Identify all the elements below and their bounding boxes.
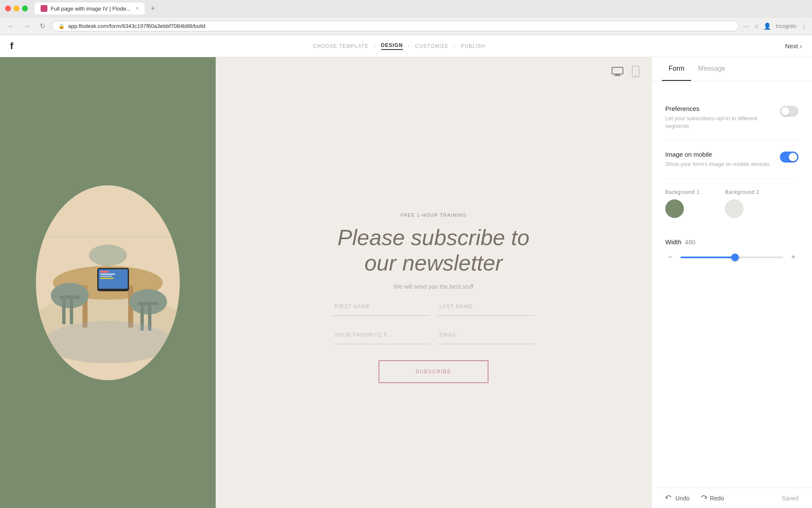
background1-label: Background 1 [665,189,700,195]
next-button[interactable]: Next › [785,42,802,50]
background1-group: Background 1 [665,189,700,218]
browser-tab[interactable]: Full page with image IV | Flode... × [35,3,145,14]
background-colors-section: Background 1 Background 2 [665,179,798,228]
preview-toolbar [216,57,651,87]
background2-swatch[interactable] [725,199,743,218]
svg-rect-23 [612,67,623,74]
preferences-desc: Let your subscribers opt-in to different… [665,115,773,130]
form-fields [332,298,535,344]
app-header: f CHOOSE TEMPLATE › DESIGN › CUSTOMIZE ›… [0,35,812,57]
email-field[interactable] [437,326,535,344]
settings-panel: Form Message Preferences Let your subscr… [651,57,812,508]
last-name-field[interactable] [437,298,535,316]
redo-label: Redo [710,495,724,502]
form-card: FREE 1-HOUR TRAINING Please subscribe to… [332,213,535,384]
minimize-dot[interactable] [14,6,19,11]
tab-title: Full page with image IV | Flode... [51,6,131,12]
address-text: app.flodesk.com/form/6343c197f60a3ebbf70… [68,23,206,29]
width-decrease-button[interactable]: − [665,252,675,262]
back-button[interactable]: ← [5,22,17,31]
width-header: Width 480 [665,238,798,246]
nav-step-publish[interactable]: PUBLISH [461,43,486,49]
background1-swatch[interactable] [665,199,684,218]
profile-icon[interactable]: 👤 [763,22,771,30]
next-label: Next [785,42,798,50]
browser-chrome: Full page with image IV | Flode... × + ←… [0,0,812,35]
main-layout: FREE 1-HOUR TRAINING Please subscribe to… [0,57,812,508]
tab-message[interactable]: Message [691,57,732,81]
svg-point-20 [89,245,127,266]
subscribe-button[interactable]: SUBSCRIBE [379,360,488,383]
bottom-bar: Undo Redo Saved [652,488,812,508]
svg-rect-17 [100,273,115,275]
menu-icon[interactable]: ⋮ [801,22,807,30]
redo-button[interactable]: Redo [700,495,724,502]
settings-tabs: Form Message [652,57,812,81]
image-on-mobile-setting: Image on mobile Show your form's image o… [665,141,798,179]
width-slider-thumb[interactable] [731,254,739,261]
app-nav: CHOOSE TEMPLATE › DESIGN › CUSTOMIZE › P… [313,42,486,50]
width-value: 480 [685,238,695,246]
incognito-label: Incognito [776,23,796,29]
address-bar[interactable]: 🔒 app.flodesk.com/form/6343c197f60a3ebbf… [52,21,739,31]
mobile-view-button[interactable] [630,64,641,80]
nav-step-design[interactable]: DESIGN [381,42,403,50]
svg-rect-16 [100,271,109,273]
background2-label: Background 2 [725,189,759,195]
nav-arrow-1: › [374,43,376,49]
next-arrow-icon: › [800,42,802,50]
settings-content: Preferences Let your subscribers opt-in … [652,81,812,488]
undo-label: Undo [675,495,689,502]
lock-icon: 🔒 [58,23,65,29]
svg-point-27 [635,75,636,76]
browser-toolbar-icons: ⋯ ☆ 👤 Incognito ⋮ [743,22,807,30]
desktop-view-button[interactable] [610,65,625,79]
width-slider-fill [680,257,737,258]
undo-button[interactable]: Undo [665,495,689,502]
tab-form[interactable]: Form [662,57,691,81]
svg-rect-7 [59,295,80,299]
window-controls [5,6,28,11]
form-row-1 [332,298,535,316]
redo-icon [700,495,707,502]
form-container: FREE 1-HOUR TRAINING Please subscribe to… [216,87,651,508]
width-label: Width [665,238,681,246]
width-section: Width 480 − + [665,228,798,273]
first-name-field[interactable] [332,298,430,316]
close-dot[interactable] [5,6,11,11]
width-increase-button[interactable]: + [788,252,798,262]
width-slider-row: − + [665,252,798,262]
svg-rect-11 [137,302,159,305]
image-on-mobile-label: Image on mobile [665,151,773,158]
width-slider-track[interactable] [680,257,783,258]
colors-row: Background 1 Background 2 [665,189,798,218]
form-row-2 [332,326,535,344]
preferences-info: Preferences Let your subscribers opt-in … [665,105,773,130]
image-on-mobile-toggle-slider [780,152,798,163]
preferences-toggle[interactable] [780,106,798,117]
nav-step-customize[interactable]: CUSTOMIZE [415,43,449,49]
bookmark-icon[interactable]: ☆ [754,22,759,30]
svg-rect-19 [100,278,114,279]
tab-close-button[interactable]: × [136,6,139,11]
left-image-panel [0,57,216,508]
new-tab-button[interactable]: + [151,4,155,13]
maximize-dot[interactable] [22,6,28,11]
form-subtitle: We will send you the best stuff [394,283,474,290]
favorite-field[interactable] [332,326,430,344]
extensions-icon[interactable]: ⋯ [743,22,749,30]
app-logo[interactable]: f [10,41,13,52]
refresh-button[interactable]: ↻ [37,21,48,31]
image-on-mobile-toggle[interactable] [780,152,798,163]
preferences-setting: Preferences Let your subscribers opt-in … [665,95,798,141]
svg-point-21 [44,321,171,363]
svg-rect-18 [100,276,112,277]
oval-image [36,185,180,380]
nav-arrow-2: › [408,43,410,49]
nav-step-choose-template[interactable]: CHOOSE TEMPLATE [313,43,369,49]
preferences-label: Preferences [665,105,773,112]
svg-rect-9 [70,299,73,324]
form-preview-panel: FREE 1-HOUR TRAINING Please subscribe to… [216,57,651,508]
nav-arrow-3: › [454,43,456,49]
forward-button[interactable]: → [21,22,33,31]
